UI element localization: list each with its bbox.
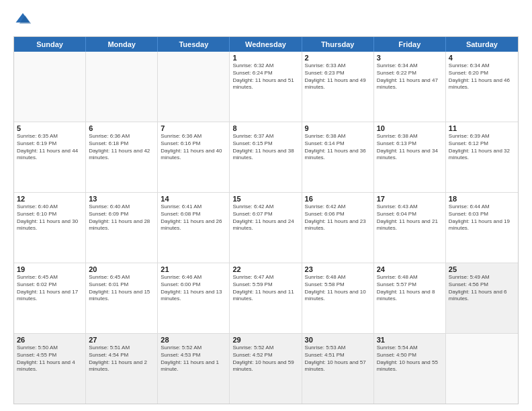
day-cell-3: 3Sunrise: 6:34 AM Sunset: 6:22 PM Daylig… [374,52,446,122]
day-number: 14 [161,195,226,203]
day-cell-21: 21Sunrise: 6:46 AM Sunset: 6:00 PM Dayli… [158,263,230,333]
day-cell-23: 23Sunrise: 6:48 AM Sunset: 5:58 PM Dayli… [302,263,374,333]
day-info: Sunrise: 6:37 AM Sunset: 6:15 PM Dayligh… [232,133,298,162]
day-cell-13: 13Sunrise: 6:40 AM Sunset: 6:09 PM Dayli… [86,193,158,263]
day-number: 19 [17,265,83,273]
day-number: 5 [17,124,83,132]
day-of-week-saturday: Saturday [446,37,518,52]
empty-cell [446,334,518,404]
header [13,11,519,30]
day-cell-27: 27Sunrise: 5:51 AM Sunset: 4:54 PM Dayli… [86,334,158,404]
day-cell-12: 12Sunrise: 6:40 AM Sunset: 6:10 PM Dayli… [14,193,86,263]
day-cell-10: 10Sunrise: 6:38 AM Sunset: 6:13 PM Dayli… [374,122,446,192]
day-number: 20 [89,265,154,273]
day-info: Sunrise: 6:43 AM Sunset: 6:04 PM Dayligh… [377,203,443,232]
day-number: 26 [17,336,83,344]
day-info: Sunrise: 6:38 AM Sunset: 6:14 PM Dayligh… [305,133,371,162]
day-info: Sunrise: 6:32 AM Sunset: 6:24 PM Dayligh… [232,62,298,91]
day-info: Sunrise: 6:40 AM Sunset: 6:10 PM Dayligh… [17,203,83,232]
day-number: 4 [449,54,515,62]
day-info: Sunrise: 6:41 AM Sunset: 6:08 PM Dayligh… [161,203,226,232]
day-cell-20: 20Sunrise: 6:45 AM Sunset: 6:01 PM Dayli… [86,263,158,333]
day-number: 2 [305,54,371,62]
day-cell-16: 16Sunrise: 6:42 AM Sunset: 6:06 PM Dayli… [302,193,374,263]
logo [13,11,35,30]
day-number: 31 [377,336,443,344]
day-cell-4: 4Sunrise: 6:34 AM Sunset: 6:20 PM Daylig… [446,52,518,122]
day-of-week-monday: Monday [86,37,158,52]
day-number: 10 [377,124,443,132]
day-info: Sunrise: 6:45 AM Sunset: 6:02 PM Dayligh… [17,274,83,303]
day-number: 8 [232,124,298,132]
empty-cell [86,52,158,122]
day-number: 12 [17,195,83,203]
day-number: 24 [377,265,443,273]
day-cell-5: 5Sunrise: 6:35 AM Sunset: 6:19 PM Daylig… [14,122,86,192]
day-info: Sunrise: 6:47 AM Sunset: 5:59 PM Dayligh… [232,274,298,303]
day-info: Sunrise: 5:51 AM Sunset: 4:54 PM Dayligh… [89,345,154,373]
day-of-week-wednesday: Wednesday [230,37,302,52]
day-cell-25: 25Sunrise: 5:49 AM Sunset: 4:56 PM Dayli… [446,263,518,333]
day-of-week-sunday: Sunday [14,37,86,52]
calendar-header: SundayMondayTuesdayWednesdayThursdayFrid… [14,37,518,52]
day-number: 13 [89,195,154,203]
day-info: Sunrise: 6:34 AM Sunset: 6:20 PM Dayligh… [449,62,515,91]
empty-cell [14,52,86,122]
day-info: Sunrise: 6:44 AM Sunset: 6:03 PM Dayligh… [449,203,515,232]
day-cell-19: 19Sunrise: 6:45 AM Sunset: 6:02 PM Dayli… [14,263,86,333]
calendar-row-3: 12Sunrise: 6:40 AM Sunset: 6:10 PM Dayli… [14,192,518,263]
calendar-body: 1Sunrise: 6:32 AM Sunset: 6:24 PM Daylig… [14,52,518,404]
day-info: Sunrise: 6:48 AM Sunset: 5:57 PM Dayligh… [377,274,443,303]
calendar: SundayMondayTuesdayWednesdayThursdayFrid… [13,36,519,404]
day-cell-9: 9Sunrise: 6:38 AM Sunset: 6:14 PM Daylig… [302,122,374,192]
day-cell-8: 8Sunrise: 6:37 AM Sunset: 6:15 PM Daylig… [230,122,302,192]
day-cell-14: 14Sunrise: 6:41 AM Sunset: 6:08 PM Dayli… [158,193,230,263]
day-number: 16 [305,195,371,203]
day-cell-1: 1Sunrise: 6:32 AM Sunset: 6:24 PM Daylig… [230,52,302,122]
day-of-week-thursday: Thursday [302,37,374,52]
day-info: Sunrise: 6:46 AM Sunset: 6:00 PM Dayligh… [161,274,226,303]
day-info: Sunrise: 6:36 AM Sunset: 6:18 PM Dayligh… [89,133,154,162]
day-info: Sunrise: 5:52 AM Sunset: 4:53 PM Dayligh… [161,345,226,373]
day-info: Sunrise: 6:39 AM Sunset: 6:12 PM Dayligh… [449,133,515,162]
day-cell-7: 7Sunrise: 6:36 AM Sunset: 6:16 PM Daylig… [158,122,230,192]
day-cell-29: 29Sunrise: 5:52 AM Sunset: 4:52 PM Dayli… [230,334,302,404]
day-cell-24: 24Sunrise: 6:48 AM Sunset: 5:57 PM Dayli… [374,263,446,333]
day-number: 29 [232,336,298,344]
day-cell-6: 6Sunrise: 6:36 AM Sunset: 6:18 PM Daylig… [86,122,158,192]
day-number: 11 [449,124,515,132]
logo-icon [13,11,32,30]
day-number: 18 [449,195,515,203]
day-number: 22 [232,265,298,273]
day-info: Sunrise: 6:35 AM Sunset: 6:19 PM Dayligh… [17,133,83,162]
day-cell-26: 26Sunrise: 5:50 AM Sunset: 4:55 PM Dayli… [14,334,86,404]
day-info: Sunrise: 6:38 AM Sunset: 6:13 PM Dayligh… [377,133,443,162]
day-number: 25 [449,265,515,273]
day-number: 3 [377,54,443,62]
day-cell-15: 15Sunrise: 6:42 AM Sunset: 6:07 PM Dayli… [230,193,302,263]
day-number: 1 [232,54,298,62]
day-info: Sunrise: 5:53 AM Sunset: 4:51 PM Dayligh… [305,345,371,373]
day-info: Sunrise: 6:40 AM Sunset: 6:09 PM Dayligh… [89,203,154,232]
day-number: 9 [305,124,371,132]
day-info: Sunrise: 5:50 AM Sunset: 4:55 PM Dayligh… [17,345,83,373]
calendar-row-5: 26Sunrise: 5:50 AM Sunset: 4:55 PM Dayli… [14,333,518,404]
day-cell-18: 18Sunrise: 6:44 AM Sunset: 6:03 PM Dayli… [446,193,518,263]
day-info: Sunrise: 6:34 AM Sunset: 6:22 PM Dayligh… [377,62,443,91]
day-number: 7 [161,124,226,132]
day-cell-11: 11Sunrise: 6:39 AM Sunset: 6:12 PM Dayli… [446,122,518,192]
day-number: 30 [305,336,371,344]
day-info: Sunrise: 6:42 AM Sunset: 6:07 PM Dayligh… [232,203,298,232]
day-cell-2: 2Sunrise: 6:33 AM Sunset: 6:23 PM Daylig… [302,52,374,122]
day-info: Sunrise: 5:49 AM Sunset: 4:56 PM Dayligh… [449,274,515,303]
day-info: Sunrise: 6:36 AM Sunset: 6:16 PM Dayligh… [161,133,226,162]
day-cell-30: 30Sunrise: 5:53 AM Sunset: 4:51 PM Dayli… [302,334,374,404]
day-info: Sunrise: 6:42 AM Sunset: 6:06 PM Dayligh… [305,203,371,232]
day-number: 6 [89,124,154,132]
day-info: Sunrise: 5:52 AM Sunset: 4:52 PM Dayligh… [232,345,298,373]
day-of-week-friday: Friday [374,37,446,52]
day-info: Sunrise: 5:54 AM Sunset: 4:50 PM Dayligh… [377,345,443,373]
day-cell-31: 31Sunrise: 5:54 AM Sunset: 4:50 PM Dayli… [374,334,446,404]
calendar-row-4: 19Sunrise: 6:45 AM Sunset: 6:02 PM Dayli… [14,263,518,333]
day-cell-22: 22Sunrise: 6:47 AM Sunset: 5:59 PM Dayli… [230,263,302,333]
